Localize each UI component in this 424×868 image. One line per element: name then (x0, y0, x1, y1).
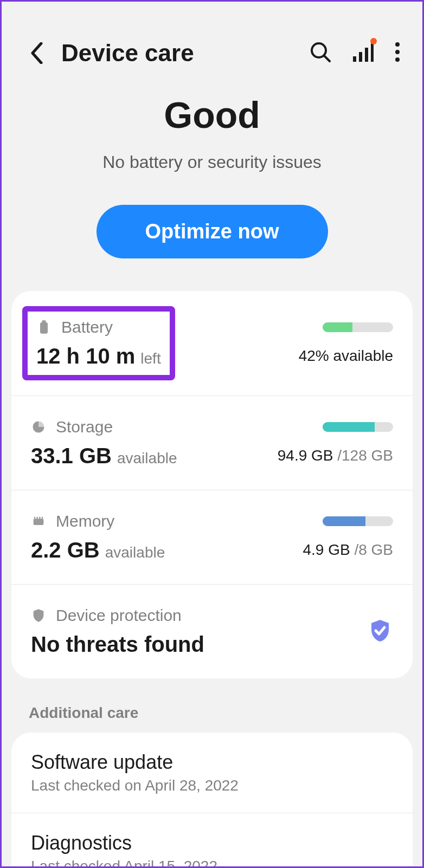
more-button[interactable] (394, 41, 401, 65)
shield-check-icon (367, 618, 393, 644)
storage-bar (323, 422, 393, 432)
battery-value: 12 h 10 m (36, 344, 135, 368)
additional-card: Software update Last checked on April 28… (11, 733, 413, 868)
memory-label: Memory (56, 512, 114, 530)
diagnostics-title: Diagnostics (31, 832, 393, 854)
svg-rect-9 (40, 322, 48, 334)
svg-rect-2 (353, 56, 356, 62)
memory-icon (31, 514, 46, 529)
svg-rect-5 (371, 43, 374, 62)
memory-total: /8 GB (354, 541, 393, 558)
svg-point-7 (395, 50, 400, 54)
memory-value: 2.2 GB (31, 538, 100, 562)
memory-suffix: available (105, 544, 165, 561)
battery-bar-fill (323, 322, 352, 332)
stats-card: Battery 12 h 10 m left 42% available Sto… (11, 291, 413, 678)
chevron-left-icon (30, 42, 43, 64)
status-heading: Good (23, 94, 401, 136)
battery-icon (36, 320, 52, 335)
svg-rect-11 (34, 519, 44, 525)
storage-suffix: available (117, 450, 177, 467)
protection-value: No threats found (31, 632, 204, 657)
memory-bar-fill (323, 516, 365, 526)
storage-total: /128 GB (337, 447, 393, 464)
svg-rect-15 (42, 517, 43, 519)
battery-bar (323, 322, 393, 332)
diagnostics-sub: Last checked April 15, 2022 (31, 858, 393, 868)
more-vertical-icon (394, 41, 401, 63)
software-title: Software update (31, 751, 393, 774)
svg-line-1 (324, 56, 330, 61)
svg-rect-4 (365, 48, 368, 62)
memory-used: 4.9 GB (303, 541, 350, 558)
storage-bar-fill (323, 422, 375, 432)
battery-row[interactable]: Battery 12 h 10 m left 42% available (11, 291, 413, 396)
protection-row[interactable]: Device protection No threats found (11, 585, 413, 678)
svg-rect-3 (359, 52, 362, 62)
signal-bars-icon (352, 41, 374, 63)
storage-label: Storage (56, 418, 113, 436)
additional-heading: Additional care (2, 678, 422, 733)
battery-label: Battery (61, 318, 113, 336)
search-icon (310, 41, 331, 63)
storage-used: 94.9 GB (278, 447, 333, 464)
optimize-button[interactable]: Optimize now (97, 205, 328, 258)
software-update-row[interactable]: Software update Last checked on April 28… (11, 733, 413, 813)
battery-suffix: left (140, 350, 160, 367)
status-hero: Good No battery or security issues Optim… (2, 77, 422, 291)
memory-bar (323, 516, 393, 526)
protection-label: Device protection (56, 606, 182, 625)
svg-rect-12 (34, 517, 35, 519)
svg-rect-14 (39, 517, 40, 519)
shield-icon (31, 608, 46, 623)
diagnostics-row[interactable]: Diagnostics Last checked April 15, 2022 (11, 813, 413, 868)
search-button[interactable] (310, 41, 331, 65)
page-title: Device care (61, 40, 310, 67)
notification-dot-icon (370, 38, 377, 44)
svg-rect-10 (42, 320, 46, 323)
back-button[interactable] (23, 40, 50, 67)
svg-point-6 (395, 42, 400, 47)
svg-point-8 (395, 57, 400, 62)
status-subtext: No battery or security issues (23, 152, 401, 172)
storage-icon (31, 419, 46, 435)
memory-row[interactable]: Memory 2.2 GB available 4.9 GB /8 GB (11, 490, 413, 585)
svg-rect-13 (37, 517, 38, 519)
battery-highlight: Battery 12 h 10 m left (22, 306, 175, 380)
battery-percent-text: 42% available (299, 347, 393, 365)
software-sub: Last checked on April 28, 2022 (31, 777, 393, 794)
app-header: Device care (2, 2, 422, 77)
storage-row[interactable]: Storage 33.1 GB available 94.9 GB /128 G… (11, 396, 413, 490)
signal-button[interactable] (352, 41, 374, 65)
storage-value: 33.1 GB (31, 444, 112, 468)
